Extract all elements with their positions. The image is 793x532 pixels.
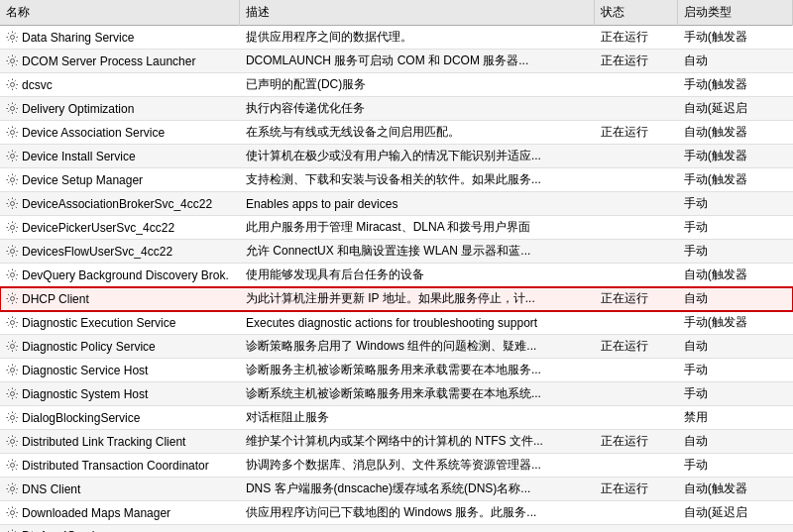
service-name-text: Delivery Optimization <box>22 102 134 116</box>
service-name-cell: DNS Client <box>0 478 240 501</box>
service-description-cell: 提供应用程序之间的数据代理。 <box>240 26 595 50</box>
service-name-cell: Data Sharing Service <box>0 26 240 50</box>
svg-point-3 <box>11 107 15 111</box>
svg-point-13 <box>11 345 15 349</box>
service-description-cell <box>240 525 595 533</box>
service-status-cell: 正在运行 <box>595 287 678 311</box>
table-row[interactable]: Diagnostic Execution ServiceExecutes dia… <box>0 311 793 335</box>
service-status-cell <box>595 264 678 287</box>
service-icon <box>6 387 19 400</box>
table-row[interactable]: Distributed Transaction Coordinator协调跨多个… <box>0 454 793 478</box>
svg-point-18 <box>11 464 15 468</box>
table-row[interactable]: Delivery Optimization执行内容传递优化任务自动(延迟启 <box>0 97 793 121</box>
service-name-cell: Device Setup Manager <box>0 168 240 192</box>
service-description-cell: 使用能够发现具有后台任务的设备 <box>240 264 595 287</box>
service-name-cell: dcsvc <box>0 73 240 97</box>
service-name-cell: Diagnostic Policy Service <box>0 335 240 359</box>
service-name-cell: Delivery Optimization <box>0 97 240 121</box>
service-description-cell: 使计算机在极少或没有用户输入的情况下能识别并适应... <box>240 145 595 168</box>
table-row[interactable]: DevQuery Background Discovery Brok.使用能够发… <box>0 264 793 287</box>
svg-point-9 <box>11 250 15 254</box>
svg-point-4 <box>11 131 15 135</box>
table-row[interactable]: DCOM Server Process LauncherDCOMLAUNCH 服… <box>0 50 793 73</box>
service-icon <box>6 150 19 162</box>
service-name-text: Data Sharing Service <box>22 31 134 45</box>
service-startup-cell: 自动(触发器 <box>678 264 793 287</box>
service-status-cell <box>595 216 678 240</box>
service-description-cell: 此用户服务用于管理 Miracast、DLNA 和拨号用户界面 <box>240 216 595 240</box>
service-status-cell <box>595 168 678 192</box>
service-startup-cell: 手动 <box>678 216 793 240</box>
service-icon <box>6 197 19 210</box>
service-description-cell: DNS 客户端服务(dnscache)缓存域名系统(DNS)名称... <box>240 478 595 501</box>
table-row[interactable]: DeviceAssociationBrokerSvc_4cc22Enables … <box>0 192 793 216</box>
table-row[interactable]: DialogBlockingService对话框阻止服务禁用 <box>0 406 793 430</box>
service-startup-cell: 手动 <box>678 382 793 406</box>
service-name-text: Distributed Transaction Coordinator <box>22 459 209 473</box>
svg-point-11 <box>11 297 15 301</box>
service-name-text: Device Setup Manager <box>22 173 143 187</box>
service-name-text: Diagnostic System Host <box>22 387 148 401</box>
service-status-cell <box>595 97 678 121</box>
services-table: 名称 描述 状态 启动类型 Data Sharing Service提供应用程序… <box>0 0 793 532</box>
service-name-text: DHCP Client <box>22 292 89 306</box>
table-row[interactable]: Downloaded Maps Manager供应用程序访问已下载地图的 Win… <box>0 501 793 525</box>
service-icon <box>6 435 19 448</box>
service-icon <box>6 292 19 305</box>
table-row[interactable]: DevicePickerUserSvc_4cc22此用户服务用于管理 Mirac… <box>0 216 793 240</box>
svg-point-19 <box>11 487 15 491</box>
service-status-cell <box>595 406 678 430</box>
service-name-cell: DtsApo4Service <box>0 525 240 533</box>
service-startup-cell: 自动 <box>678 335 793 359</box>
service-icon <box>6 102 19 115</box>
service-name-cell: Diagnostic System Host <box>0 382 240 406</box>
service-icon <box>6 173 19 186</box>
service-startup-cell: 手动(触发器 <box>678 26 793 50</box>
table-row[interactable]: Device Setup Manager支持检测、下载和安装与设备相关的软件。如… <box>0 168 793 192</box>
service-startup-cell: 自动(触发器 <box>678 121 793 145</box>
service-description-cell: Executes diagnostic actions for troubles… <box>240 311 595 335</box>
table-row[interactable]: DevicesFlowUserSvc_4cc22允许 ConnectUX 和电脑… <box>0 240 793 264</box>
table-row[interactable]: DHCP Client为此计算机注册并更新 IP 地址。如果此服务停止，计...… <box>0 287 793 311</box>
service-status-cell: 正在运行 <box>595 335 678 359</box>
service-name-cell: Distributed Transaction Coordinator <box>0 454 240 478</box>
service-rows: Data Sharing Service提供应用程序之间的数据代理。正在运行手动… <box>0 26 793 533</box>
table-row[interactable]: Diagnostic Service Host诊断服务主机被诊断策略服务用来承载… <box>0 359 793 382</box>
service-name-text: Diagnostic Execution Service <box>22 316 175 330</box>
service-status-cell <box>595 192 678 216</box>
service-status-cell <box>595 73 678 97</box>
service-status-cell <box>595 501 678 525</box>
service-description-cell: 为此计算机注册并更新 IP 地址。如果此服务停止，计... <box>240 287 595 311</box>
service-startup-cell: 自动 <box>678 430 793 454</box>
service-startup-cell: 手动 <box>678 454 793 478</box>
service-icon <box>6 54 19 67</box>
service-name-text: DialogBlockingService <box>22 411 140 425</box>
header-description[interactable]: 描述 <box>240 0 595 26</box>
service-name-text: DCOM Server Process Launcher <box>22 54 195 68</box>
service-icon <box>6 78 19 91</box>
table-row[interactable]: dcsvc已声明的配置(DC)服务手动(触发器 <box>0 73 793 97</box>
service-status-cell: 正在运行 <box>595 50 678 73</box>
service-startup-cell: 自动 <box>678 287 793 311</box>
table-row[interactable]: DNS ClientDNS 客户端服务(dnscache)缓存域名系统(DNS)… <box>0 478 793 501</box>
service-icon <box>6 482 19 495</box>
service-description-cell: 支持检测、下载和安装与设备相关的软件。如果此服务... <box>240 168 595 192</box>
table-row[interactable]: Device Install Service使计算机在极少或没有用户输入的情况下… <box>0 145 793 168</box>
service-name-cell: Diagnostic Execution Service <box>0 311 240 335</box>
table-row[interactable]: Distributed Link Tracking Client维护某个计算机内… <box>0 430 793 454</box>
table-row[interactable]: Data Sharing Service提供应用程序之间的数据代理。正在运行手动… <box>0 26 793 50</box>
service-name-text: DevicePickerUserSvc_4cc22 <box>22 221 174 235</box>
table-row[interactable]: Diagnostic System Host诊断系统主机被诊断策略服务用来承载需… <box>0 382 793 406</box>
service-name-cell: Device Install Service <box>0 145 240 168</box>
table-row[interactable]: Diagnostic Policy Service诊断策略服务启用了 Windo… <box>0 335 793 359</box>
svg-point-2 <box>11 83 15 87</box>
header-name[interactable]: 名称 <box>0 0 240 26</box>
table-row[interactable]: Device Association Service在系统与有线或无线设备之间启… <box>0 121 793 145</box>
svg-point-6 <box>11 178 15 182</box>
service-description-cell: 供应用程序访问已下载地图的 Windows 服务。此服务... <box>240 501 595 525</box>
service-status-cell <box>595 240 678 264</box>
service-status-cell <box>595 525 678 533</box>
table-row[interactable]: DtsApo4Service <box>0 525 793 533</box>
header-status[interactable]: 状态 <box>595 0 678 26</box>
header-startup[interactable]: 启动类型 <box>678 0 793 26</box>
